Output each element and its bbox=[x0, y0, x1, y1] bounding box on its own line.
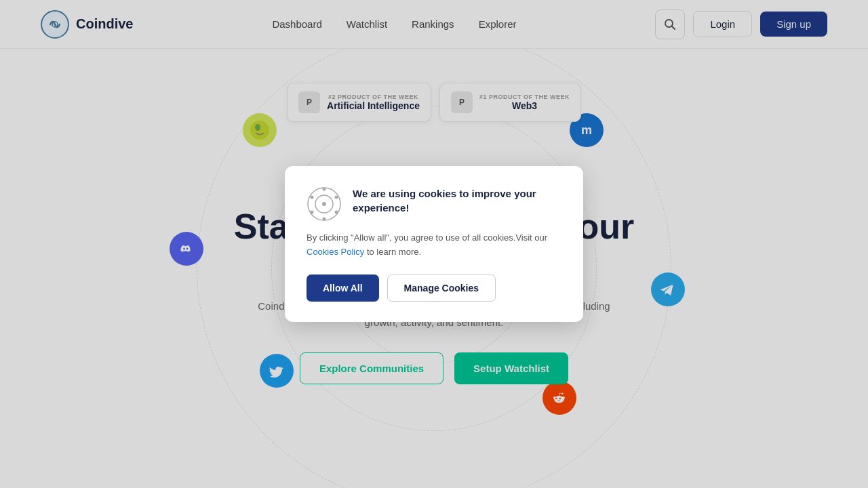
cookie-body-text: By clicking "Allow all", you agree to us… bbox=[307, 232, 547, 243]
svg-point-11 bbox=[335, 196, 338, 199]
cookie-modal-body: By clicking "Allow all", you agree to us… bbox=[307, 231, 561, 260]
modal-overlay: We are using cookies to improve your exp… bbox=[0, 0, 868, 488]
svg-point-13 bbox=[323, 218, 326, 221]
cookie-icon bbox=[307, 186, 342, 222]
allow-all-button[interactable]: Allow All bbox=[307, 274, 379, 302]
manage-cookies-button[interactable]: Manage Cookies bbox=[387, 274, 496, 302]
cookie-actions: Allow All Manage Cookies bbox=[307, 274, 561, 302]
cookie-body-suffix: to learn more. bbox=[364, 247, 421, 257]
svg-point-10 bbox=[323, 188, 326, 191]
svg-point-15 bbox=[311, 196, 314, 199]
cookie-modal: We are using cookies to improve your exp… bbox=[285, 166, 583, 322]
svg-point-16 bbox=[322, 202, 326, 206]
cookie-modal-header: We are using cookies to improve your exp… bbox=[307, 186, 561, 222]
svg-point-14 bbox=[311, 211, 314, 214]
cookies-policy-link[interactable]: Cookies Policy bbox=[307, 247, 364, 257]
cookie-modal-title: We are using cookies to improve your exp… bbox=[353, 186, 561, 215]
svg-point-12 bbox=[335, 211, 338, 214]
